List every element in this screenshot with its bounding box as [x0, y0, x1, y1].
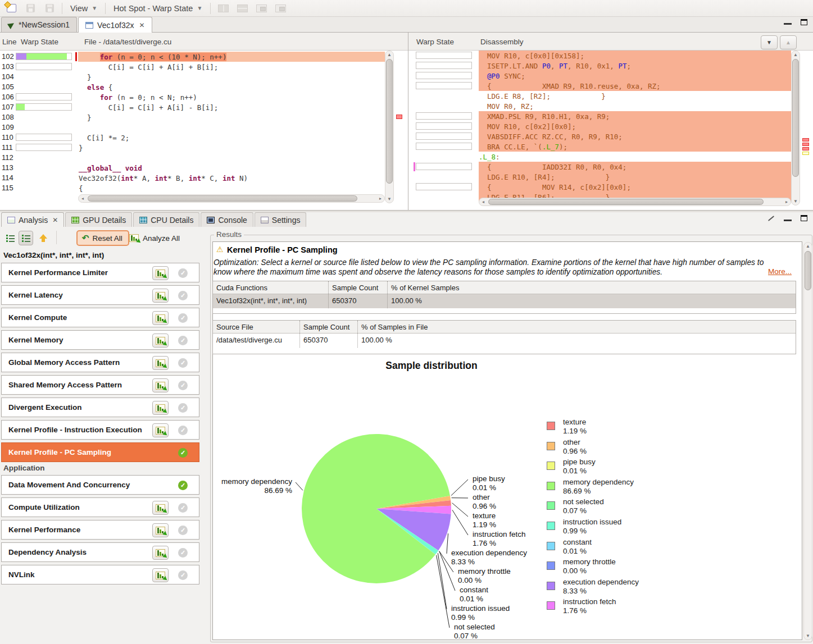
results-vertical-scrollbar[interactable]: ▲ ▼	[803, 242, 812, 640]
maximize-icon[interactable]	[801, 215, 807, 221]
source-line[interactable]: 114Vec32of32(int* A, int* B, int* C, int…	[0, 173, 408, 183]
source-line[interactable]: 103 C[i] = C[i] + A[i] + B[i];	[0, 62, 408, 72]
tab-console[interactable]: Console	[201, 212, 253, 227]
run-analysis-button[interactable]	[152, 501, 169, 515]
check-idle-icon: ✓	[178, 570, 188, 580]
analysis-item-kernel-memory[interactable]: Kernel Memory✓	[1, 330, 199, 350]
run-analysis-button[interactable]	[152, 401, 169, 415]
new-session-button[interactable]	[4, 2, 18, 15]
run-analysis-button[interactable]	[152, 266, 169, 280]
analysis-item-kernel-compute[interactable]: Kernel Compute✓	[1, 308, 199, 327]
analysis-item-kernel-profile-pc-sampling[interactable]: Kernel Profile - PC Sampling✓	[1, 442, 199, 462]
tab-settings[interactable]: Settings	[255, 212, 307, 227]
analysis-item-compute-utilization[interactable]: Compute Utilization✓	[1, 497, 199, 517]
split-horizontal-button[interactable]	[235, 2, 249, 15]
split-vertical-button[interactable]	[216, 2, 230, 15]
analysis-item-nvlink[interactable]: NVLink✓	[1, 565, 199, 584]
analysis-item-dependency-analysis[interactable]: Dependency Analysis✓	[1, 542, 199, 562]
disassembly-line[interactable]: MOV R10, c[0x0][0x158];	[408, 51, 813, 61]
view-dropdown[interactable]: View▼	[68, 4, 99, 13]
source-line[interactable]: 113__global__ void	[0, 163, 408, 173]
disassembly-line[interactable]: LDG.E R10, [R4]; }	[408, 172, 813, 182]
disassembly-line[interactable]: BRA CC.LE, `(.L_7);	[408, 141, 813, 152]
source-line[interactable]: 104 }	[0, 72, 408, 82]
analysis-item-data-movement-and-concurrency[interactable]: Data Movement And Concurrency✓	[1, 475, 199, 495]
disassembly-line[interactable]: @P0 SYNC;	[408, 71, 813, 81]
hotspot-marker[interactable]	[802, 143, 809, 146]
disassembly-line[interactable]: { XMAD R9, R10.reuse, 0xa, RZ;	[408, 81, 813, 91]
source-line[interactable]: 105 else {	[0, 82, 408, 92]
back-button[interactable]	[36, 231, 51, 245]
source-line[interactable]: 102 for (n = 0; n < (10 * N); n++)	[0, 52, 408, 62]
save-as-button[interactable]	[43, 2, 56, 15]
run-analysis-button[interactable]	[152, 334, 169, 348]
tab-gpu-details[interactable]: GPU Details	[65, 212, 132, 227]
disassembly-line[interactable]: ISETP.LT.AND P0, PT, R10, 0x1, PT;	[408, 61, 813, 71]
source-line[interactable]: 106 for (n = 0; n < N; n++)	[0, 92, 408, 102]
restore-views-button-2[interactable]	[274, 2, 287, 15]
next-hotspot-button[interactable]: ▼	[761, 35, 778, 49]
disassembly-line[interactable]: .L_8:	[408, 152, 813, 162]
run-analysis-button[interactable]	[152, 356, 169, 370]
run-analysis-button[interactable]	[152, 546, 169, 560]
previous-hotspot-button[interactable]: ▲	[780, 35, 797, 49]
run-analysis-button[interactable]	[152, 523, 169, 537]
run-analysis-button[interactable]	[152, 289, 169, 303]
disassembly-line[interactable]: VABSDIFF.ACC RZ.CC, R0, R9, R10;	[408, 131, 813, 141]
guided-analysis-button[interactable]	[19, 231, 33, 245]
source-line[interactable]: 115{	[0, 183, 408, 193]
maximize-icon[interactable]	[801, 19, 807, 25]
source-line[interactable]: 109	[0, 122, 408, 133]
source-line[interactable]: 107 C[i] = C[i] + A[i] - B[i];	[0, 102, 408, 112]
disassembly-line[interactable]: XMAD.PSL R9, R10.H1, 0xa, R9;	[408, 111, 813, 121]
disassembly-line[interactable]: LDG.E R8, [R2]; }	[408, 91, 813, 101]
tab-cpu-details[interactable]: CPU Details	[133, 212, 199, 227]
analyze-all-button[interactable]: Analyze All	[129, 231, 180, 245]
reset-all-button[interactable]: ↷ Reset All	[76, 230, 129, 246]
disassembly-vertical-scrollbar[interactable]: ▲ ▼	[791, 51, 800, 205]
source-line[interactable]: 111}	[0, 143, 408, 153]
run-analysis-button[interactable]	[152, 423, 169, 437]
analysis-item-shared-memory-access-pattern[interactable]: Shared Memory Access Pattern✓	[1, 375, 199, 395]
source-line[interactable]: 110 C[i] *= 2;	[0, 133, 408, 143]
tab-vec1of32x[interactable]: Vec1of32x ✕	[78, 17, 152, 33]
more-link[interactable]: More...	[768, 267, 792, 276]
disassembly-text: LDG.E R8, [R2]; }	[479, 92, 606, 101]
view-menu-icon[interactable]	[768, 216, 774, 221]
run-analysis-button[interactable]	[152, 378, 169, 392]
analysis-item-kernel-performance-limiter[interactable]: Kernel Performance Limiter✓	[1, 263, 199, 282]
close-icon[interactable]: ✕	[139, 21, 144, 29]
disassembly-line[interactable]: MOV R0, RZ;	[408, 101, 813, 111]
analysis-item-kernel-profile-instruction-execution[interactable]: Kernel Profile - Instruction Execution✓	[1, 420, 199, 440]
disassembly-line[interactable]: { MOV R14, c[0x2][0x0];	[408, 182, 813, 192]
close-icon[interactable]: ✕	[52, 216, 58, 224]
source-horizontal-scrollbar[interactable]: ◂ ▸	[78, 194, 385, 203]
analysis-item-kernel-performance[interactable]: Kernel Performance✓	[1, 520, 199, 540]
tab-analysis[interactable]: Analysis✕	[1, 212, 64, 227]
disassembly-horizontal-scrollbar[interactable]: ◂ ▸	[479, 198, 791, 206]
hotspot-marker[interactable]	[802, 147, 809, 150]
table-row[interactable]: Vec1of32x(int*, int*, int*, int)65037010…	[213, 294, 796, 308]
source-line[interactable]: 112	[0, 153, 408, 163]
analysis-item-divergent-execution[interactable]: Divergent Execution✓	[1, 398, 199, 417]
line-number: 115	[2, 184, 13, 192]
table-row[interactable]: /data/test/diverge.cu650370100.00 %	[213, 334, 796, 348]
source-line[interactable]: 108 }	[0, 112, 408, 122]
disassembly-line[interactable]: { IADD32I R0, R0, 0x4;	[408, 162, 813, 172]
restore-views-button[interactable]	[255, 2, 268, 15]
disassembly-line[interactable]: MOV R10, c[0x2][0x0];	[408, 121, 813, 131]
minimize-icon[interactable]	[784, 19, 792, 25]
minimize-icon[interactable]	[784, 216, 792, 221]
unguided-analysis-button[interactable]	[3, 231, 17, 245]
save-button[interactable]	[24, 2, 37, 15]
hotspot-dropdown[interactable]: Hot Spot - Warp State▼	[111, 4, 205, 13]
hotspot-marker[interactable]	[396, 115, 402, 119]
run-analysis-button[interactable]	[152, 568, 169, 582]
hotspot-marker[interactable]	[802, 152, 809, 155]
source-vertical-scrollbar[interactable]: ▲ ▼	[385, 51, 394, 203]
run-analysis-button[interactable]	[152, 311, 169, 325]
hotspot-marker[interactable]	[802, 138, 809, 141]
analysis-item-global-memory-access-pattern[interactable]: Global Memory Access Pattern✓	[1, 353, 199, 372]
tab-new-session[interactable]: *NewSession1	[1, 17, 77, 32]
analysis-item-kernel-latency[interactable]: Kernel Latency✓	[1, 285, 199, 305]
